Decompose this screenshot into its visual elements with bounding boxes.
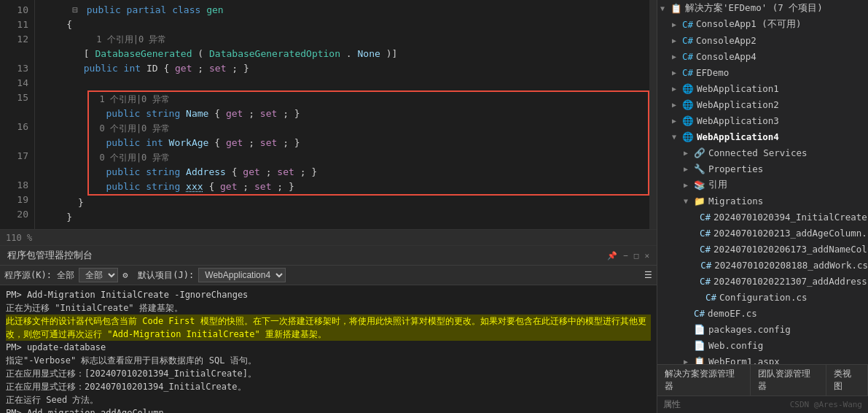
code-area-outer: 10 11 12 13 14 15 16 17 18 19 20 [0,0,657,229]
label-webconfig: Web.config [708,340,763,351]
minimize-icon[interactable]: − [623,251,628,260]
tree-item-solution[interactable]: ▼ 📋 解决方案'EFDemo' (7 个项目) [657,0,868,16]
zoom-bar: 110 % [0,229,657,245]
pin-icon[interactable]: 📌 [607,251,617,260]
line-num-19: 19 [6,193,28,207]
console-line-7: 正在应用显式迁移：202407010201394_InitialCreate。 [6,380,651,393]
ref-count-12: 1 个引用|0 异常 [44,34,166,45]
label-properties: Properties [708,163,763,174]
label-consoleapp2: ConsoleApp2 [696,35,756,46]
label-webapp1: WebApplication1 [697,83,779,94]
icon-configuration: C# [705,292,716,303]
label-efdemo: EFDemo [696,67,729,78]
default-project-label: 默认项目(J): [138,269,194,282]
icon-webapp1: 🌐 [682,83,694,94]
label-migration1: 20240701020394_InitialCreate.cs [713,212,868,223]
tree-item-configuration[interactable]: C# Configuration.cs [657,289,868,305]
bottom-tabs: 解决方案资源管理器 团队资源管理器 类视图 [657,364,868,395]
icon-webform1: 📋 [694,356,705,365]
arrow-solution: ▼ [660,4,670,12]
console-line-5: 指定"-Verbose" 标志以查看应用于目标数据库的 SQL 语句。 [6,354,651,367]
tree-item-webapp3[interactable]: ▶ 🌐 WebApplication3 [657,112,868,128]
icon-migration1: C# [700,212,711,223]
source-label: 程序源(K): 全部 [4,269,74,282]
watermark: CSDN @Ares-Wang [790,400,862,409]
tree-item-demoeF[interactable]: C# demoEF.cs [657,305,868,321]
tab-team-explorer[interactable]: 团队资源管理器 [751,365,826,395]
tree-item-webform1[interactable]: ▶ 📋 WebForm1.aspx [657,353,868,364]
main-area: 10 11 12 13 14 15 16 17 18 19 20 [0,0,868,413]
property-panel: 属性 CSDN @Ares-Wang [657,395,868,413]
line-num-11: 11 [6,18,28,32]
tree-item-webapp2[interactable]: ▶ 🌐 WebApplication2 [657,96,868,112]
label-webapp3: WebApplication3 [697,115,779,126]
console-line-4: PM> update-database [6,341,651,354]
tab-solution-explorer[interactable]: 解决方案资源管理器 [657,365,751,395]
kw-class: class [172,4,200,15]
console-line-3: 此迁移文件的设计器代码包含当前 Code First 模型的快照。在下一次搭建迁… [6,314,651,341]
property-label: 属性 [663,398,681,411]
class-name: gen [206,4,223,15]
console-line-9: PM> Add-migration addAgeColumn [6,406,651,413]
label-migrations: Migrations [708,196,763,206]
tree-item-migration4[interactable]: C# 20240701020208188_addWork.cs [657,257,868,273]
icon-webconfig: 📄 [694,340,705,351]
source-select[interactable]: 全部 [79,268,118,282]
right-panel: ▼ 📋 解决方案'EFDemo' (7 个项目) ▶ C# ConsoleApp… [657,0,868,413]
close-icon[interactable]: ✕ [644,251,649,260]
label-references: 引用 [708,179,727,191]
collapse-btn-10[interactable]: ⊟ [72,4,78,15]
default-project-select[interactable]: WebApplication4 [198,268,286,282]
tree-item-migration1[interactable]: C# 20240701020394_InitialCreate.cs [657,209,868,225]
label-consoleapp4: ConsoleApp4 [696,51,756,62]
menu-icon[interactable]: ☰ [644,270,652,280]
tree-item-efdemo[interactable]: ▶ C# EFDemo [657,64,868,80]
icon-solution: 📋 [670,3,682,14]
icon-efdemo: C# [682,67,693,78]
tree-item-properties[interactable]: ▶ 🔧 Properties [657,161,868,177]
tree-item-connected-services[interactable]: ▶ 🔗 Connected Services [657,144,868,161]
tree-item-packages[interactable]: 📄 packages.config [657,321,868,337]
tree-item-migrations[interactable]: ▼ 📁 Migrations [657,193,868,209]
tree-item-consoleapp2[interactable]: ▶ C# ConsoleApp2 [657,32,868,48]
console-title-bar: 程序包管理器控制台 📌 − □ ✕ [0,246,657,266]
maximize-icon[interactable]: □ [634,251,639,260]
tree-item-references[interactable]: ▶ 📚 引用 [657,177,868,193]
tab-class-view[interactable]: 类视图 [826,365,868,395]
code-line-19: } [44,196,649,210]
icon-webapp3: 🌐 [682,115,694,126]
gear-icon[interactable]: ⚙ [122,270,128,280]
tree-item-webconfig[interactable]: 📄 Web.config [657,337,868,353]
label-solution: 解决方案'EFDemo' (7 个项目) [685,2,823,15]
tree-item-migration2[interactable]: C# 20240701020213_addAgeColumn.cs [657,225,868,241]
icon-consoleapp1: C# [682,19,693,30]
code-line-16: public int WorkAge { get ; set ; } [89,136,648,150]
zoom-level: 110 % [6,233,32,243]
editor-scrollbar[interactable] [649,0,657,229]
icon-migrations: 📁 [694,196,705,206]
code-lines: ⊟ public partial class gen { [35,0,649,229]
tree-item-webapp4[interactable]: ▼ 🌐 WebApplication4 [657,128,868,144]
tree-item-webapp1[interactable]: ▶ 🌐 WebApplication1 [657,80,868,96]
line-num-17b [6,163,28,178]
label-consoleapp1: ConsoleApp1 (不可用) [696,18,801,31]
tree-item-consoleapp1[interactable]: ▶ C# ConsoleApp1 (不可用) [657,16,868,32]
code-line-15: public string Name { get ; set ; } [89,107,648,121]
indent [44,4,66,15]
tree-item-consoleapp4[interactable]: ▶ C# ConsoleApp4 [657,48,868,64]
icon-webapp2: 🌐 [682,99,694,110]
label-webapp2: WebApplication2 [697,99,779,110]
tree-item-migration3[interactable]: C# 20240701020206173_addNameColumn.cs [657,241,868,257]
line-num-12: 12 [6,32,28,47]
code-line-15-ref: 1 个引用|0 异常 [89,92,648,107]
console-title: 程序包管理器控制台 [7,249,93,262]
red-box-group: 1 个引用|0 异常 public string Name { get [87,90,649,196]
icon-references: 📚 [694,180,705,190]
icon-connected-services: 🔗 [694,147,705,158]
icon-packages: 📄 [694,324,705,335]
icon-consoleapp2: C# [682,35,693,46]
tree-item-migration5[interactable]: C# 20240701020221307_addAddress.cs [657,273,868,289]
icon-properties: 🔧 [694,163,705,174]
line-num-14: 14 [6,76,28,90]
console-line-1: PM> Add-Migration InitialCreate -IgnoreC… [6,288,651,301]
